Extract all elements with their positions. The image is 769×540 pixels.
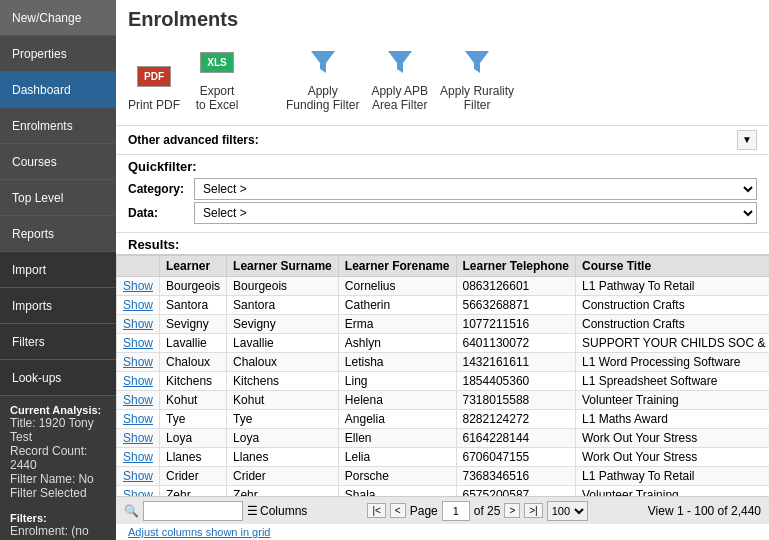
toolbar: PDF Print PDF XLS Exportto Excel ApplyFu — [128, 39, 757, 121]
advanced-filters-label: Other advanced filters: — [128, 133, 737, 147]
search-input[interactable] — [143, 501, 243, 521]
sidebar-item-new-change[interactable]: New/Change — [0, 0, 116, 36]
last-page-button[interactable]: >| — [524, 503, 542, 518]
forename-cell: Lelia — [338, 447, 456, 466]
page-input[interactable] — [442, 501, 470, 521]
of-label: of 25 — [474, 504, 501, 518]
quickfilter-title: Quickfilter: — [128, 159, 757, 174]
next-page-button[interactable]: > — [504, 503, 520, 518]
apply-apb-filter-button[interactable]: Apply APBArea Filter — [371, 43, 428, 113]
search-icon: 🔍 — [124, 504, 139, 518]
forename-cell: Catherin — [338, 295, 456, 314]
learner-cell: Chaloux — [160, 352, 227, 371]
telephone-cell: 1854405360 — [456, 371, 575, 390]
show-link[interactable]: Show — [117, 371, 160, 390]
data-select[interactable]: Select > — [194, 202, 757, 224]
first-page-button[interactable]: |< — [367, 503, 385, 518]
telephone-cell: 7368346516 — [456, 466, 575, 485]
view-label: View 1 - 100 of 2,440 — [648, 504, 761, 518]
sidebar-item-imports[interactable]: Imports — [0, 288, 116, 324]
col-telephone: Learner Telephone — [456, 255, 575, 276]
learner-cell: Santora — [160, 295, 227, 314]
show-link[interactable]: Show — [117, 485, 160, 496]
telephone-cell: 8282124272 — [456, 409, 575, 428]
learner-cell: Kitchens — [160, 371, 227, 390]
prev-page-button[interactable]: < — [390, 503, 406, 518]
apply-funding-filter-button[interactable]: ApplyFunding Filter — [286, 43, 359, 113]
excel-icon: XLS — [200, 52, 233, 73]
course-cell: Work Out Your Stress — [576, 447, 770, 466]
sidebar: New/Change Properties Dashboard Enrolmen… — [0, 0, 116, 540]
columns-button[interactable]: ☰ Columns — [247, 504, 307, 518]
surname-cell: Kohut — [227, 390, 339, 409]
sidebar-item-courses[interactable]: Courses — [0, 144, 116, 180]
export-excel-button[interactable]: XLS Exportto Excel — [192, 43, 242, 113]
table-row: Show Bourgeois Bourgeois Cornelius 08631… — [117, 276, 770, 295]
funding-filter-icon — [309, 47, 337, 77]
sidebar-item-top-level[interactable]: Top Level — [0, 180, 116, 216]
sidebar-item-dashboard[interactable]: Dashboard — [0, 72, 116, 108]
adjust-columns-link[interactable]: Adjust columns shown in grid — [116, 524, 769, 540]
svg-marker-1 — [388, 51, 412, 73]
forename-cell: Porsche — [338, 466, 456, 485]
forename-cell: Angelia — [338, 409, 456, 428]
show-link[interactable]: Show — [117, 276, 160, 295]
show-link[interactable]: Show — [117, 390, 160, 409]
page-size-select[interactable]: 100 50 25 — [547, 501, 588, 521]
table-row: Show Santora Santora Catherin 5663268871… — [117, 295, 770, 314]
course-cell: Volunteer Training — [576, 485, 770, 496]
show-link[interactable]: Show — [117, 466, 160, 485]
apply-rurality-filter-button[interactable]: Apply RuralityFilter — [440, 43, 514, 113]
show-link[interactable]: Show — [117, 409, 160, 428]
col-surname: Learner Surname — [227, 255, 339, 276]
sidebar-item-enrolments[interactable]: Enrolments — [0, 108, 116, 144]
show-link[interactable]: Show — [117, 295, 160, 314]
course-cell: SUPPORT YOUR CHILDS SOC & EMOT WELLBEIN — [576, 333, 770, 352]
results-table: Learner Learner Surname Learner Forename… — [116, 255, 769, 496]
show-link[interactable]: Show — [117, 447, 160, 466]
surname-cell: Loya — [227, 428, 339, 447]
telephone-cell: 6575200587 — [456, 485, 575, 496]
course-cell: Construction Crafts — [576, 314, 770, 333]
surname-cell: Bourgeois — [227, 276, 339, 295]
category-select[interactable]: Select > — [194, 178, 757, 200]
print-pdf-button[interactable]: PDF Print PDF — [128, 57, 180, 112]
forename-cell: Cornelius — [338, 276, 456, 295]
table-row: Show Kohut Kohut Helena 7318015588 Volun… — [117, 390, 770, 409]
learner-cell: Llanes — [160, 447, 227, 466]
table-row: Show Crider Crider Porsche 7368346516 L1… — [117, 466, 770, 485]
table-row: Show Chaloux Chaloux Letisha 1432161611 … — [117, 352, 770, 371]
table-header-row: Learner Learner Surname Learner Forename… — [117, 255, 770, 276]
svg-marker-0 — [311, 51, 335, 73]
course-cell: L1 Pathway To Retail — [576, 276, 770, 295]
table-row: Show Kitchens Kitchens Ling 1854405360 L… — [117, 371, 770, 390]
learner-cell: Crider — [160, 466, 227, 485]
sidebar-item-reports[interactable]: Reports — [0, 216, 116, 252]
col-forename: Learner Forename — [338, 255, 456, 276]
sidebar-item-look-ups[interactable]: Look-ups — [0, 360, 116, 396]
show-link[interactable]: Show — [117, 333, 160, 352]
results-table-container[interactable]: Learner Learner Surname Learner Forename… — [116, 254, 769, 496]
learner-cell: Sevigny — [160, 314, 227, 333]
sidebar-item-import[interactable]: Import — [0, 252, 116, 288]
advanced-filters-toggle[interactable]: ▼ — [737, 130, 757, 150]
results-label: Results: — [116, 233, 769, 254]
table-row: Show Loya Loya Ellen 6164228144 Work Out… — [117, 428, 770, 447]
course-cell: L1 Maths Award — [576, 409, 770, 428]
surname-cell: Sevigny — [227, 314, 339, 333]
telephone-cell: 1077211516 — [456, 314, 575, 333]
sidebar-item-properties[interactable]: Properties — [0, 36, 116, 72]
table-body: Show Bourgeois Bourgeois Cornelius 08631… — [117, 276, 770, 496]
learner-cell: Tye — [160, 409, 227, 428]
learner-cell: Loya — [160, 428, 227, 447]
show-link[interactable]: Show — [117, 352, 160, 371]
show-link[interactable]: Show — [117, 314, 160, 333]
forename-cell: Ellen — [338, 428, 456, 447]
sidebar-item-filters[interactable]: Filters — [0, 324, 116, 360]
surname-cell: Llanes — [227, 447, 339, 466]
course-cell: Volunteer Training — [576, 390, 770, 409]
table-row: Show Zehr Zehr Shala 6575200587 Voluntee… — [117, 485, 770, 496]
table-row: Show Sevigny Sevigny Erma 1077211516 Con… — [117, 314, 770, 333]
show-link[interactable]: Show — [117, 428, 160, 447]
page-label: Page — [410, 504, 438, 518]
